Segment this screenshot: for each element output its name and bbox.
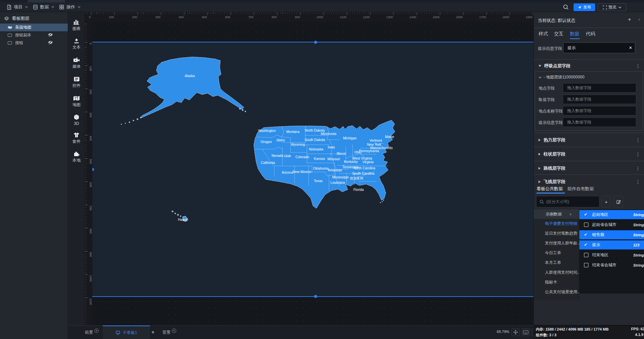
selection-line-bottom[interactable] [92,296,533,297]
field-row-结束地区[interactable]: 结束地区String [579,250,644,260]
checkbox-empty-icon[interactable] [584,253,588,257]
selection-handle-top[interactable] [314,41,317,44]
dataset-item[interactable]: 人群使用支付时间... [534,268,579,277]
tab-数据[interactable]: 数据 [570,31,579,37]
background-button[interactable]: 背景 + [162,326,176,339]
preview-button[interactable]: 预览 [598,3,626,11]
strip-item-媒体[interactable]: 媒体 [68,57,85,69]
current-state-label: 当前状态: [538,18,557,23]
artboard[interactable]: WashingtonMontanaNorth DakotaMinnesotaMi… [92,42,533,297]
selection-handle-bottom[interactable] [314,295,317,298]
state-label-Illinois: Illinois [337,152,346,156]
drop-zone-地点字段[interactable]: 拖入数据字段 [563,83,636,93]
field-row-销售额[interactable]: ✔销售额String [579,230,644,239]
layer-item-按钮[interactable]: 按钮 [0,39,68,47]
dataset-item[interactable]: 电子缴费支付明细 [534,219,579,229]
check-icon[interactable]: ✔ [584,233,588,237]
dataset-item[interactable]: 公共支付场景使用... [534,287,579,297]
add-subboard-button[interactable]: + [151,326,155,339]
section-柱状层字段[interactable]: 柱状层字段⋮ [534,149,644,159]
ruler-label: 500 [89,159,92,164]
dataset-dropdown[interactable]: 示例数据 ∨ [534,209,579,219]
kebab-menu-icon[interactable]: ⋮ [636,137,640,143]
strip-item-文本[interactable]: 文本 [68,38,85,50]
check-icon[interactable]: ✔ [584,243,588,247]
us-map-chart[interactable]: WashingtonMontanaNorth DakotaMinnesotaMi… [92,42,533,297]
section-breath-layer[interactable]: 呼吸点层字段 ⋮ [534,61,644,71]
state-label-Texas: Texas [314,179,323,183]
drop-zone-取值字段[interactable]: 拖入数据字段 [563,95,636,104]
menu-document[interactable]: 项目 [3,2,31,12]
section-飞线层字段[interactable]: 飞线层字段⋮ [534,177,644,187]
strip-item-图表[interactable]: 图表 [68,19,85,32]
clear-icon[interactable]: ✕ [629,45,632,50]
field-row-起始地区[interactable]: ✔起始地区String [579,210,644,219]
ruler-tick [393,12,394,15]
tab-样式[interactable]: 样式 [539,31,548,37]
canvas[interactable]: WashingtonMontanaNorth DakotaMinnesotaMi… [92,22,533,325]
field-search-input[interactable] [546,199,593,204]
eye-off-icon[interactable] [48,40,53,44]
strip-item-3D[interactable]: 3D [68,114,85,126]
map-level-header[interactable]: - 地图层级1100000000 [539,74,584,80]
dataset-item[interactable]: 近日支付笔数趋势 [534,229,579,238]
strip-item-套件[interactable]: 套件 [68,132,85,144]
menu-database[interactable]: 数据 [30,2,58,12]
dataset-dropdown-label: 示例数据 [546,211,562,217]
search-icon[interactable] [563,4,570,11]
field-row-起始省会城市[interactable]: 起始省会城市String [579,220,644,229]
tooltip-field-value: 提示 [568,45,576,51]
tooltip-field-input[interactable]: 提示 ✕ [563,42,635,53]
zoom-level[interactable]: 69.79% [497,330,509,334]
publish-button[interactable]: 发布 [574,3,595,11]
background-add-icon[interactable]: + [172,329,176,333]
keyboard-shortcuts-button[interactable] [522,329,530,336]
checkbox-empty-icon[interactable] [584,223,588,227]
kebab-menu-icon[interactable]: ⋮ [636,63,640,69]
fit-screen-button[interactable] [512,329,520,336]
strip-item-控件[interactable]: 控件 [68,76,85,89]
kebab-menu-icon[interactable]: ⋮ [636,151,640,157]
field-search-box[interactable] [536,196,600,207]
drop-zone-地点名称字段[interactable]: 拖入数据字段 [563,106,636,115]
field-row-结束省会城市[interactable]: 结束省会城市String [579,261,644,270]
layer-item-按钮副本[interactable]: 按钮副本 [0,31,68,39]
section-路线层字段[interactable]: 路线层字段⋮ [534,164,644,173]
dataset-item[interactable]: 今日工单 [534,248,579,258]
foreground-add-icon[interactable]: + [94,329,99,333]
state-label-Utah: Utah [284,154,291,158]
strip-item-地图[interactable]: 地图 [68,96,85,108]
map-alaska[interactable] [140,57,244,118]
ruler-tick [85,42,88,42]
dataset-item[interactable]: 指标卡 [534,277,579,287]
status-bar: 内存: 1589 / 2442 / 4096 MB 185 / 1774 MB … [533,325,644,339]
dataset-item[interactable]: 本月工单 [534,258,579,268]
section-热力层字段[interactable]: 热力层字段⋮ [534,135,644,145]
kebab-menu-icon[interactable]: ⋮ [636,179,640,184]
fps-status: FPS: 63 [631,327,644,331]
data-tab-组件自有数据[interactable]: 组件自有数据 [568,186,594,192]
checkbox-empty-icon[interactable] [584,263,588,267]
layer-item-美国地图[interactable]: 美国地图 [0,24,68,31]
add-state-icon[interactable]: + [628,16,631,23]
edit-dataset-button[interactable] [614,196,623,207]
layers-panel: 看板图层 美国地图按钮副本按钮 [0,12,68,339]
selection-line-top[interactable] [92,42,533,42]
eye-off-icon[interactable] [48,33,53,37]
chevron-right-icon[interactable]: › [638,16,640,22]
tab-subboard[interactable]: 子看板1 [103,326,150,339]
ruler-label: 300 [89,112,92,117]
strip-item-本地[interactable]: 本地 [68,151,85,163]
field-row-提示[interactable]: ✔提示123 [579,240,644,249]
menu-grid[interactable]: 操作 [56,2,84,12]
foreground-button[interactable]: 前景 + [85,326,99,339]
kebab-menu-icon[interactable]: ⋮ [636,166,640,171]
dataset-item[interactable]: 支付使用人群年龄... [534,238,579,248]
tab-交互[interactable]: 交互 [554,31,563,37]
ruler-label: 800 [89,229,92,234]
add-dataset-button[interactable]: + [602,196,611,207]
data-tab-看板公共数据[interactable]: 看板公共数据 [536,186,563,192]
tab-代码[interactable]: 代码 [586,31,595,37]
check-icon[interactable]: ✔ [584,212,588,217]
drop-zone-提示信息字段[interactable]: 拖入数据字段 [563,117,636,127]
